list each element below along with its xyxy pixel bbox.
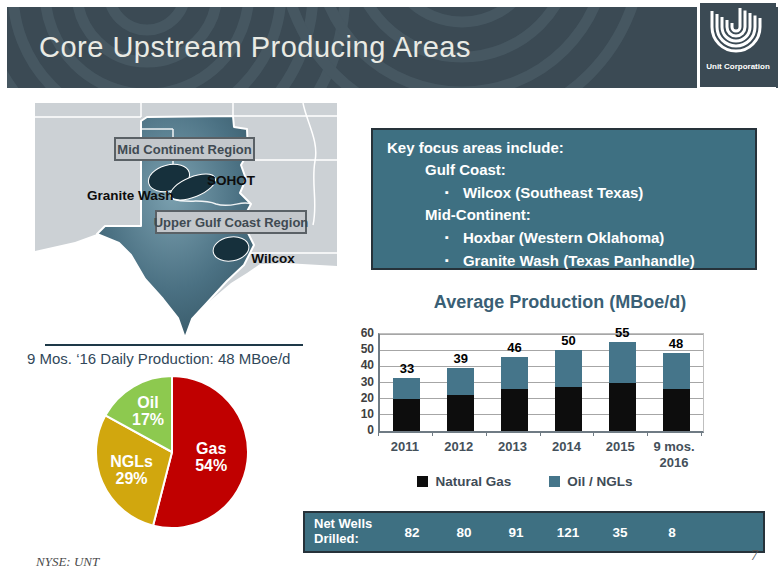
- bar-segment-oil-ngls: [393, 378, 420, 399]
- key-focus-panel: Key focus areas include: Gulf Coast: Wil…: [371, 128, 757, 270]
- pie-slice-label: Gas: [196, 440, 226, 457]
- pie-slice-label: Oil: [137, 394, 158, 411]
- net-wells-value: 8: [646, 525, 698, 540]
- legend-label: Natural Gas: [435, 474, 511, 489]
- x-axis-tick: [540, 432, 541, 436]
- bar-total-label: 50: [548, 333, 588, 348]
- net-wells-value: 35: [594, 525, 646, 540]
- bar-segment-oil-ngls: [609, 342, 636, 382]
- x-axis-tick: [701, 432, 702, 436]
- pie-slice-label: 17%: [132, 411, 164, 428]
- bar-chart-title: Average Production (MBoe/d): [355, 292, 765, 313]
- production-mix-pie-chart: Gas54%NGLs29%Oil17%: [92, 372, 252, 532]
- category-label: 2013: [486, 439, 540, 455]
- y-tick-label: 50: [355, 342, 374, 356]
- pie-caption-rule: [45, 344, 303, 346]
- production-bar-chart: 0102030405060 333946505548 2011201220132…: [355, 325, 765, 475]
- x-axis-tick: [593, 432, 594, 436]
- map-label-sohot: SOHOT: [207, 173, 256, 188]
- legend-swatch-icon: [549, 476, 560, 487]
- unit-u-logo-icon: [703, 3, 773, 61]
- map-label-upper-gulf-coast: Upper Gulf Coast Region: [154, 211, 309, 233]
- key-focus-item-wilcox: Wilcox (Southeast Texas): [373, 181, 755, 204]
- gridline: [380, 334, 703, 335]
- svg-text:Upper Gulf Coast Region: Upper Gulf Coast Region: [154, 215, 309, 230]
- category-label: 9 mos. 2016: [647, 439, 701, 472]
- net-wells-value: 91: [490, 525, 542, 540]
- bar-segment-natural-gas: [501, 389, 528, 431]
- key-focus-group-gulf-coast: Gulf Coast:: [373, 159, 755, 181]
- production-plot: 333946505548: [378, 333, 704, 433]
- bar-total-label: 48: [656, 336, 696, 351]
- company-logo: Unit Corporation: [697, 3, 776, 90]
- map-label-granite-wash: Granite Wash: [87, 188, 174, 203]
- pie-slice-label: 29%: [116, 470, 148, 487]
- y-tick-label: 30: [355, 375, 374, 389]
- gridline: [380, 382, 703, 383]
- net-wells-value: 121: [542, 525, 594, 540]
- bar-segment-oil-ngls: [447, 368, 474, 395]
- ticker-label: NYSE: UNT: [36, 554, 99, 570]
- y-tick-label: 40: [355, 358, 374, 372]
- x-axis-tick: [432, 432, 433, 436]
- bar-segment-natural-gas: [555, 387, 582, 431]
- bar-segment-natural-gas: [393, 399, 420, 431]
- legend-swatch-icon: [417, 476, 428, 487]
- page-title: Core Upstream Producing Areas: [39, 7, 471, 88]
- map-label-mid-continent: Mid Continent Region: [115, 138, 254, 160]
- pie-slice-label: NGLs: [110, 453, 153, 470]
- gridline: [380, 414, 703, 415]
- key-focus-heading: Key focus areas include:: [373, 137, 755, 159]
- legend-item: Natural Gas: [417, 474, 511, 489]
- key-focus-group-mid-continent: Mid-Continent:: [373, 204, 755, 226]
- gridline: [380, 398, 703, 399]
- legend-label: Oil / NGLs: [567, 474, 632, 489]
- net-wells-value: 80: [438, 525, 490, 540]
- bar-total-label: 33: [387, 361, 427, 376]
- bar-total-label: 46: [495, 340, 535, 355]
- bar-total-label: 55: [602, 325, 642, 340]
- pie-slice-label: 54%: [195, 457, 227, 474]
- pie-caption: 9 Mos. ‘16 Daily Production: 48 MBoe/d: [27, 350, 347, 367]
- bar-segment-oil-ngls: [555, 350, 582, 387]
- category-label: 2011: [378, 439, 432, 455]
- y-tick-label: 0: [355, 423, 374, 437]
- x-axis-tick: [647, 432, 648, 436]
- map-label-wilcox: Wilcox: [251, 251, 295, 266]
- bar-segment-oil-ngls: [663, 353, 690, 389]
- gridline: [380, 350, 703, 351]
- net-wells-value: 82: [386, 525, 438, 540]
- gridline: [380, 366, 703, 367]
- y-tick-label: 10: [355, 407, 374, 421]
- header-band: Core Upstream Producing Areas: [7, 7, 778, 88]
- x-axis-tick: [486, 432, 487, 436]
- chart-legend: Natural GasOil / NGLs: [330, 474, 720, 489]
- category-label: 2012: [432, 439, 486, 455]
- x-axis-tick: [378, 432, 379, 436]
- operations-map: Mid Continent Region Upper Gulf Coast Re…: [35, 103, 337, 345]
- bar-segment-natural-gas: [663, 389, 690, 431]
- y-tick-label: 20: [355, 391, 374, 405]
- legend-item: Oil / NGLs: [549, 474, 632, 489]
- bar-segment-oil-ngls: [501, 357, 528, 389]
- bar-segment-natural-gas: [609, 383, 636, 432]
- bar-total-label: 39: [441, 351, 481, 366]
- category-label: 2015: [593, 439, 647, 455]
- key-focus-item-hoxbar: Hoxbar (Western Oklahoma): [373, 226, 755, 249]
- net-wells-label: Net Wells Drilled:: [305, 517, 386, 547]
- category-label: 2014: [540, 439, 594, 455]
- logo-company-name: Unit Corporation: [706, 62, 770, 71]
- page-number: 7: [751, 548, 758, 564]
- y-tick-label: 60: [355, 326, 374, 340]
- net-wells-strip: Net Wells Drilled: 828091121358: [303, 511, 765, 553]
- slide: Core Upstream Producing Areas Unit Corpo…: [0, 0, 778, 580]
- bar-segment-natural-gas: [447, 395, 474, 431]
- svg-text:Mid Continent Region: Mid Continent Region: [117, 142, 251, 157]
- key-focus-item-granite-wash: Granite Wash (Texas Panhandle): [373, 249, 755, 272]
